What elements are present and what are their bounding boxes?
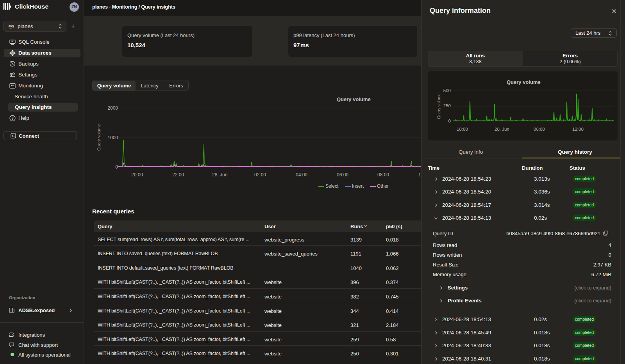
svg-text:aws: aws [9,25,14,27]
